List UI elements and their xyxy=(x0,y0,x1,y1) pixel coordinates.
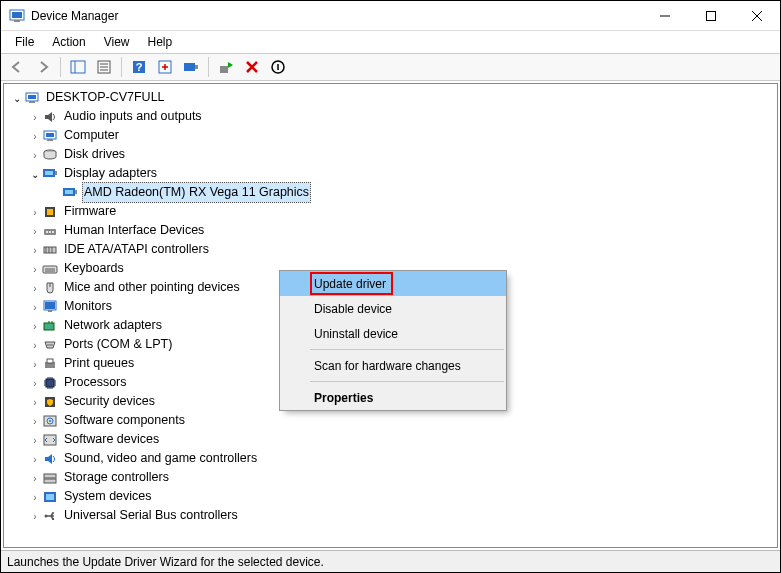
tree-category[interactable]: › Disk drives xyxy=(10,145,777,164)
toolbar: ? xyxy=(1,53,780,81)
action-button[interactable] xyxy=(153,56,177,78)
context-item-label: Properties xyxy=(314,391,373,405)
tree-category[interactable]: › Human Interface Devices xyxy=(10,221,777,240)
chevron-right-icon[interactable]: › xyxy=(28,373,42,393)
menu-view[interactable]: View xyxy=(96,33,138,51)
context-item[interactable]: Scan for hardware changes xyxy=(280,353,506,378)
chevron-right-icon[interactable]: › xyxy=(28,335,42,355)
svg-rect-34 xyxy=(47,209,53,215)
svg-point-67 xyxy=(52,512,54,514)
svg-rect-16 xyxy=(184,63,195,71)
category-label: Computer xyxy=(62,126,121,145)
svg-rect-49 xyxy=(48,310,52,312)
svg-text:?: ? xyxy=(136,61,143,73)
category-icon xyxy=(42,451,58,467)
back-button[interactable] xyxy=(5,56,29,78)
chevron-right-icon[interactable]: › xyxy=(28,449,42,469)
chevron-right-icon[interactable]: › xyxy=(28,240,42,260)
tree-category[interactable]: › Software components xyxy=(10,411,777,430)
svg-rect-22 xyxy=(29,101,35,103)
context-item-label: Disable device xyxy=(314,302,392,316)
tree-category[interactable]: ⌄ Display adapters xyxy=(10,164,777,183)
category-icon xyxy=(42,394,58,410)
context-item[interactable]: Disable device xyxy=(280,296,506,321)
tree-category[interactable]: › Audio inputs and outputs xyxy=(10,107,777,126)
category-label: Sound, video and game controllers xyxy=(62,449,259,468)
tree-device[interactable]: AMD Radeon(TM) RX Vega 11 Graphics xyxy=(10,183,777,202)
status-bar: Launches the Update Driver Wizard for th… xyxy=(1,550,780,572)
svg-rect-21 xyxy=(28,95,36,99)
chevron-right-icon[interactable]: › xyxy=(28,126,42,146)
chevron-right-icon[interactable]: › xyxy=(28,354,42,374)
chevron-right-icon[interactable]: › xyxy=(28,278,42,298)
category-label: IDE ATA/ATAPI controllers xyxy=(62,240,211,259)
chevron-right-icon[interactable]: › xyxy=(28,506,42,526)
minimize-button[interactable] xyxy=(642,1,688,30)
chevron-right-icon[interactable]: › xyxy=(28,297,42,317)
close-button[interactable] xyxy=(734,1,780,30)
menu-help[interactable]: Help xyxy=(140,33,181,51)
category-icon xyxy=(42,356,58,372)
svg-rect-62 xyxy=(44,474,56,478)
chevron-right-icon[interactable]: › xyxy=(28,468,42,488)
tree-category[interactable]: › Sound, video and game controllers xyxy=(10,449,777,468)
forward-button[interactable] xyxy=(31,56,55,78)
category-icon xyxy=(42,413,58,429)
menu-file[interactable]: File xyxy=(7,33,42,51)
properties-button[interactable] xyxy=(92,56,116,78)
tree-category[interactable]: › IDE ATA/ATAPI controllers xyxy=(10,240,777,259)
update-driver-button[interactable] xyxy=(214,56,238,78)
tree-category[interactable]: › Computer xyxy=(10,126,777,145)
category-icon xyxy=(42,470,58,486)
context-item[interactable]: Update driver xyxy=(280,271,506,296)
chevron-right-icon[interactable]: › xyxy=(28,221,42,241)
chevron-right-icon[interactable]: › xyxy=(28,392,42,412)
tree-category[interactable]: › Universal Serial Bus controllers xyxy=(10,506,777,525)
maximize-button[interactable] xyxy=(688,1,734,30)
tree-root[interactable]: ⌄ DESKTOP-CV7FULL xyxy=(10,88,777,107)
scan-hardware-button[interactable] xyxy=(179,56,203,78)
show-hide-button[interactable] xyxy=(66,56,90,78)
chevron-right-icon[interactable]: › xyxy=(28,316,42,336)
chevron-right-icon[interactable]: › xyxy=(28,145,42,165)
svg-rect-24 xyxy=(46,133,54,137)
svg-point-51 xyxy=(47,344,49,346)
chevron-down-icon[interactable]: ⌄ xyxy=(28,164,42,184)
help-button[interactable]: ? xyxy=(127,56,151,78)
chevron-right-icon[interactable]: › xyxy=(28,487,42,507)
category-icon xyxy=(42,204,58,220)
category-label: Security devices xyxy=(62,392,157,411)
tree-category[interactable]: › Firmware xyxy=(10,202,777,221)
context-item[interactable]: Properties xyxy=(280,385,506,410)
context-item[interactable]: Uninstall device xyxy=(280,321,506,346)
svg-point-53 xyxy=(51,344,53,346)
svg-point-52 xyxy=(49,344,51,346)
category-icon xyxy=(42,223,58,239)
category-label: Software devices xyxy=(62,430,161,449)
tree-root-label: DESKTOP-CV7FULL xyxy=(44,88,167,107)
category-label: Display adapters xyxy=(62,164,159,183)
context-item-label: Scan for hardware changes xyxy=(314,359,461,373)
chevron-right-icon[interactable]: › xyxy=(28,202,42,222)
uninstall-device-button[interactable] xyxy=(240,56,264,78)
chevron-right-icon[interactable]: › xyxy=(28,107,42,127)
tree-category[interactable]: › System devices xyxy=(10,487,777,506)
tree-category[interactable]: › Software devices xyxy=(10,430,777,449)
tree-category[interactable]: › Storage controllers xyxy=(10,468,777,487)
device-label: AMD Radeon(TM) RX Vega 11 Graphics xyxy=(82,182,311,203)
context-menu: Update driver Disable device Uninstall d… xyxy=(279,270,507,411)
content-area: ⌄ DESKTOP-CV7FULL› Audio inputs and outp… xyxy=(3,83,778,548)
category-icon xyxy=(42,375,58,391)
menu-action[interactable]: Action xyxy=(44,33,93,51)
category-label: Print queues xyxy=(62,354,136,373)
chevron-right-icon[interactable]: › xyxy=(28,430,42,450)
category-label: Firmware xyxy=(62,202,118,221)
computer-icon xyxy=(24,90,40,106)
svg-rect-2 xyxy=(14,20,20,22)
chevron-right-icon[interactable]: › xyxy=(28,411,42,431)
chevron-right-icon[interactable]: › xyxy=(28,259,42,279)
svg-rect-56 xyxy=(46,379,54,387)
disable-device-button[interactable] xyxy=(266,56,290,78)
category-icon xyxy=(42,299,58,315)
chevron-down-icon[interactable]: ⌄ xyxy=(10,88,24,108)
